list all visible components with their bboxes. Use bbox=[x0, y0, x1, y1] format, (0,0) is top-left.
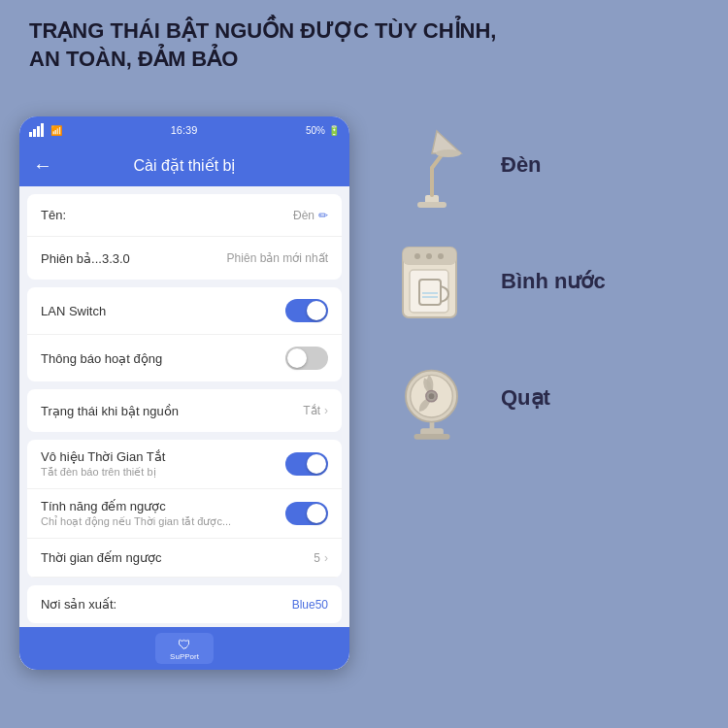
thongbao-toggle[interactable] bbox=[285, 347, 328, 370]
device-quat: Quạt bbox=[379, 349, 718, 447]
card-basic-info: Tên: Đèn ✏ Phiên bả...3.3.0 Phiên bản mớ… bbox=[27, 194, 342, 280]
card-manufacturer: Nơi sản xuất: Blue50 bbox=[27, 585, 342, 623]
header-line1: TRẠNG THÁI BẬT NGUỒN ĐƯỢC TÙY CHỈNH, bbox=[29, 17, 699, 46]
svg-rect-16 bbox=[414, 433, 450, 439]
row-vohieu-main: Vô hiệu Thời Gian Tắt bbox=[41, 449, 285, 464]
quat-label: Quạt bbox=[501, 385, 550, 411]
svg-point-9 bbox=[426, 253, 432, 259]
row-ten: Tên: Đèn ✏ bbox=[27, 194, 342, 237]
row-phienban-label: Phiên bả...3.3.0 bbox=[41, 251, 130, 266]
row-thoigian-value[interactable]: 5 › bbox=[314, 551, 328, 565]
support-badge: 🛡 SuPPort bbox=[155, 633, 214, 664]
page-header: TRẠNG THÁI BẬT NGUỒN ĐƯỢC TÙY CHỈNH, AN … bbox=[29, 17, 699, 73]
fan-icon bbox=[388, 352, 476, 445]
phone-title: Cài đặt thiết bị bbox=[134, 156, 236, 175]
row-lan-label: LAN Switch bbox=[41, 304, 106, 318]
row-trangthai: Trạng thái khi bật nguồn Tắt › bbox=[27, 389, 342, 432]
header-line2: AN TOÀN, ĐẢM BẢO bbox=[29, 46, 699, 74]
quat-icon-container bbox=[379, 349, 485, 447]
row-phienban: Phiên bả...3.3.0 Phiên bản mới nhất bbox=[27, 237, 342, 280]
svg-rect-1 bbox=[417, 202, 447, 208]
status-signal: 📶 bbox=[29, 123, 62, 137]
row-thongbao-label: Thông báo hoạt động bbox=[41, 351, 162, 366]
phone-content: Tên: Đèn ✏ Phiên bả...3.3.0 Phiên bản mớ… bbox=[19, 186, 349, 670]
devices-section: Đèn Bình nước bbox=[379, 116, 718, 718]
svg-point-21 bbox=[429, 393, 435, 399]
svg-point-10 bbox=[438, 253, 444, 259]
row-ten-value: Đèn ✏ bbox=[293, 209, 328, 222]
status-battery: 50% 🔋 bbox=[306, 125, 340, 136]
row-noisanxuat: Nơi sản xuất: Blue50 bbox=[27, 585, 342, 623]
phone-header: ← Cài đặt thiết bị bbox=[19, 144, 349, 186]
row-noisanxuat-value: Blue50 bbox=[292, 598, 328, 612]
row-ten-label: Tên: bbox=[41, 208, 66, 222]
den-icon-container bbox=[379, 116, 485, 214]
lan-switch-toggle[interactable] bbox=[285, 299, 328, 322]
lamp-icon bbox=[388, 119, 476, 212]
svg-point-5 bbox=[436, 149, 461, 157]
row-thoigian: Thời gian đếm ngược 5 › bbox=[27, 539, 342, 578]
row-thongbao: Thông báo hoạt động bbox=[27, 335, 342, 381]
row-vohieu-sub: Tắt đèn báo trên thiết bị bbox=[41, 466, 285, 479]
card-timers: Vô hiệu Thời Gian Tắt Tắt đèn báo trên t… bbox=[27, 440, 342, 578]
card-toggles: LAN Switch Thông báo hoạt động bbox=[27, 287, 342, 381]
status-time: 16:39 bbox=[171, 124, 198, 136]
binh-nuoc-icon-container bbox=[379, 233, 485, 330]
row-thoigian-label: Thời gian đếm ngược bbox=[41, 550, 162, 565]
den-label: Đèn bbox=[501, 152, 542, 178]
row-tinhnang-sub: Chỉ hoạt động nếu Thời gian tắt được... bbox=[41, 515, 285, 528]
tinhnang-toggle[interactable] bbox=[285, 502, 328, 525]
vohieu-toggle[interactable] bbox=[285, 452, 328, 476]
phone-mockup: 📶 16:39 50% 🔋 ← Cài đặt thiết bị Tên: Đè… bbox=[19, 116, 349, 670]
back-button[interactable]: ← bbox=[33, 154, 52, 177]
row-tinhnang-main: Tính năng đếm ngược bbox=[41, 499, 285, 513]
row-tinhnang: Tính năng đếm ngược Chỉ hoạt động nếu Th… bbox=[27, 489, 342, 539]
row-vohieu: Vô hiệu Thời Gian Tắt Tắt đèn báo trên t… bbox=[27, 440, 342, 489]
svg-rect-11 bbox=[410, 270, 448, 313]
water-heater-icon bbox=[388, 233, 476, 330]
svg-point-8 bbox=[414, 253, 420, 259]
row-trangthai-label: Trạng thái khi bật nguồn bbox=[41, 404, 179, 418]
row-lan-switch: LAN Switch bbox=[27, 287, 342, 335]
row-phienban-value: Phiên bản mới nhất bbox=[227, 251, 328, 265]
binh-nuoc-label: Bình nước bbox=[501, 269, 606, 294]
status-bar: 📶 16:39 50% 🔋 bbox=[19, 116, 349, 144]
device-binh-nuoc: Bình nước bbox=[379, 233, 718, 330]
row-trangthai-value[interactable]: Tắt › bbox=[303, 404, 328, 417]
device-den: Đèn bbox=[379, 116, 718, 214]
row-noisanxuat-label: Nơi sản xuất: bbox=[41, 597, 116, 612]
edit-icon[interactable]: ✏ bbox=[318, 209, 328, 222]
card-trangthai: Trạng thái khi bật nguồn Tắt › bbox=[27, 389, 342, 432]
phone-bottom: 🛡 SuPPort bbox=[19, 627, 349, 670]
